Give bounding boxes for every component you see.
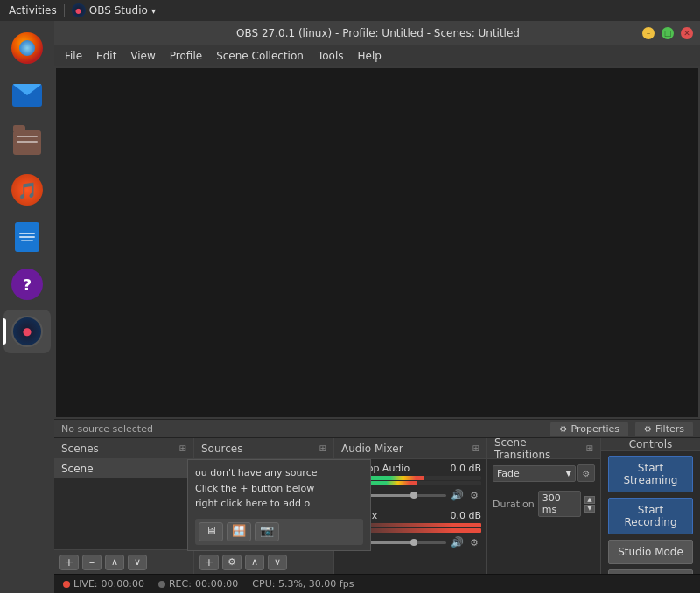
scenes-panel-header: Scenes ⊞ (54, 438, 193, 459)
scene-transitions-header: Scene Transitions ⊞ (487, 438, 600, 459)
desktop-audio-mute-button[interactable]: 🔊 (450, 488, 464, 502)
sources-tooltip: ou don't have any source Click the + but… (187, 459, 371, 551)
duration-input[interactable]: 300 ms (538, 491, 581, 517)
taskbar-item-files[interactable] (4, 121, 51, 164)
sources-settings-button[interactable]: ⚙ (222, 555, 242, 570)
mail-icon (12, 84, 42, 107)
taskbar: 🎵 ? ● (0, 21, 54, 593)
audio-mixer-header: Audio Mixer ⊞ (334, 438, 486, 459)
docs-icon (15, 222, 39, 252)
minimize-button[interactable]: – (642, 27, 654, 39)
menu-view[interactable]: View (123, 48, 162, 64)
sources-panel-header: Sources ⊞ (194, 438, 333, 459)
menu-edit[interactable]: Edit (89, 48, 123, 64)
no-source-text: No source selected (61, 423, 543, 435)
help-icon: ? (11, 269, 43, 300)
cpu-status: CPU: 5.3%, 30.00 fps (252, 578, 354, 590)
menubar: File Edit View Profile Scene Collection … (54, 45, 700, 66)
taskbar-item-firefox[interactable] (4, 26, 51, 70)
scene-item[interactable]: Scene (54, 459, 193, 478)
obs-window: OBS 27.0.1 (linux) - Profile: Untitled -… (54, 21, 700, 593)
rec-dot (158, 581, 165, 588)
duration-up-button[interactable]: ▲ (584, 496, 595, 504)
desktop-audio-db: 0.0 dB (450, 463, 481, 474)
titlebar: OBS 27.0.1 (linux) - Profile: Untitled -… (54, 21, 700, 45)
taskbar-item-music[interactable]: 🎵 (4, 168, 51, 212)
mic-aux-db: 0.0 dB (450, 510, 481, 521)
studio-mode-button[interactable]: Studio Mode (608, 540, 693, 564)
statusbar: LIVE: 00:00:00 REC: 00:00:00 CPU: 5.3%, … (54, 574, 700, 593)
controls-panel: Controls Start Streaming Start Recording… (601, 438, 700, 574)
sources-tooltip-icons: 🖥 🪟 📷 (195, 519, 363, 545)
audio-mixer-icon[interactable]: ⊞ (472, 443, 480, 453)
sources-panel-icon[interactable]: ⊞ (319, 443, 326, 453)
activities-label[interactable]: Activities (9, 4, 57, 17)
menu-file[interactable]: File (58, 48, 89, 64)
menu-profile[interactable]: Profile (163, 48, 209, 64)
controls-header: Controls (601, 438, 700, 451)
menu-tools[interactable]: Tools (311, 48, 351, 64)
menu-help[interactable]: Help (350, 48, 388, 64)
filters-tab[interactable]: ⚙ Filters (635, 422, 693, 436)
mic-aux-settings-button[interactable]: ⚙ (467, 535, 481, 549)
preview-area (54, 66, 700, 419)
sources-panel-footer: + ⚙ ∧ ∨ (194, 549, 333, 574)
desktop-audio-settings-button[interactable]: ⚙ (467, 488, 481, 502)
obs-taskbar-icon: ● (72, 3, 86, 17)
taskbar-item-help[interactable]: ? (4, 262, 51, 306)
window-title: OBS 27.0.1 (linux) - Profile: Untitled -… (114, 27, 642, 39)
rec-status: REC: 00:00:00 (158, 578, 238, 590)
gear-icon: ⚙ (559, 424, 567, 434)
sources-panel: Sources ⊞ ou don't have any source Click… (194, 438, 334, 574)
live-dot (63, 581, 70, 588)
start-streaming-button[interactable]: Start Streaming (608, 456, 693, 492)
source-camera-button[interactable]: 📷 (255, 522, 279, 541)
transition-settings-button[interactable]: ⚙ (578, 464, 595, 482)
scenes-down-button[interactable]: ∨ (128, 555, 147, 570)
duration-label: Duration (493, 499, 535, 510)
properties-tab[interactable]: ⚙ Properties (550, 422, 628, 436)
sources-up-button[interactable]: ∧ (245, 555, 264, 570)
live-status: LIVE: 00:00:00 (63, 578, 144, 590)
transition-select-row: Fade ▼ ⚙ (493, 464, 595, 482)
duration-spinner: ▲ ▼ (584, 496, 595, 513)
scenes-add-button[interactable]: + (60, 555, 79, 570)
bottom-panels: Scenes ⊞ Scene + – ∧ ∨ Sources (54, 438, 700, 574)
start-recording-button[interactable]: Start Recording (608, 498, 693, 534)
titlebar-buttons: – □ ✕ (642, 27, 693, 39)
sources-down-button[interactable]: ∨ (268, 555, 287, 570)
transition-dropdown[interactable]: Fade ▼ (493, 465, 576, 482)
scenes-panel-footer: + – ∧ ∨ (54, 549, 193, 574)
obs-app-menu[interactable]: ● OBS Studio ▾ (72, 3, 156, 17)
mic-aux-mute-button[interactable]: 🔊 (450, 535, 464, 549)
taskbar-item-docs[interactable] (4, 215, 51, 259)
menu-scene-collection[interactable]: Scene Collection (209, 48, 311, 64)
taskbar-item-obs[interactable]: ● (4, 310, 51, 353)
obs-app-arrow-icon: ▾ (151, 6, 156, 16)
duration-down-button[interactable]: ▼ (584, 505, 595, 513)
close-button[interactable]: ✕ (681, 27, 693, 39)
transitions-panel-icon[interactable]: ⊞ (586, 443, 593, 453)
firefox-icon (11, 32, 43, 64)
scenes-remove-button[interactable]: – (82, 555, 102, 570)
source-window-capture-button[interactable]: 🪟 (227, 522, 251, 541)
sources-add-button[interactable]: + (200, 555, 219, 570)
obs-icon: ● (11, 316, 43, 347)
taskbar-item-mail[interactable] (4, 73, 51, 117)
source-bar: No source selected ⚙ Properties ⚙ Filter… (54, 419, 700, 438)
scenes-panel-icon[interactable]: ⊞ (179, 443, 186, 453)
files-icon (13, 130, 41, 155)
duration-row: Duration 300 ms ▲ ▼ (487, 487, 600, 520)
music-icon: 🎵 (11, 174, 43, 206)
maximize-button[interactable]: □ (662, 27, 674, 39)
scenes-panel: Scenes ⊞ Scene + – ∧ ∨ (54, 438, 194, 574)
scene-transitions-panel: Scene Transitions ⊞ Fade ▼ ⚙ Duration 30… (487, 438, 601, 574)
dropdown-arrow-icon: ▼ (566, 470, 571, 478)
source-display-capture-button[interactable]: 🖥 (199, 522, 223, 541)
scenes-up-button[interactable]: ∧ (105, 555, 124, 570)
filter-icon: ⚙ (644, 424, 652, 434)
obs-app-label: OBS Studio (89, 4, 148, 17)
